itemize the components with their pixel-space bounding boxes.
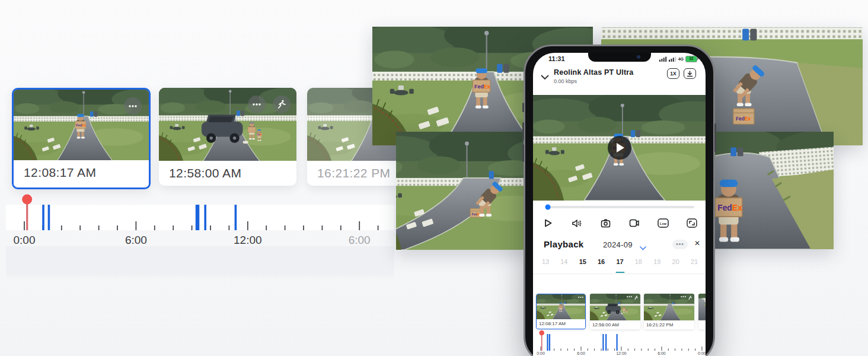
phone-clip-4-partial[interactable]: FedEx xyxy=(698,294,706,329)
cellular-signal-icon xyxy=(659,56,667,62)
network-type-label: 4G xyxy=(678,57,684,61)
play-button[interactable] xyxy=(541,217,554,229)
camera-name: Reolink Altas PT Ultra xyxy=(554,68,634,77)
timeline-label: 6:00 xyxy=(125,234,147,247)
day-17[interactable]: 17 xyxy=(616,258,624,270)
more-icon xyxy=(578,296,583,298)
clip-timestamp: 12:58:00 AM xyxy=(590,320,640,329)
phone-mockup: 11:31 4G 32 Reolink Altas PT Ultra 0.00 … xyxy=(524,44,715,356)
progress-handle[interactable] xyxy=(545,205,551,210)
battery-icon: 32 xyxy=(685,56,697,62)
clip-thumbnail: FedEx xyxy=(698,294,706,320)
phone-mute-switch xyxy=(522,103,524,112)
day-20[interactable]: 20 xyxy=(672,258,680,270)
download-button[interactable] xyxy=(684,68,696,79)
video-progress-bar[interactable] xyxy=(546,206,694,208)
timeline-label: 12:00 xyxy=(616,351,627,355)
phone-clip-2[interactable]: FedEx 12:58:00 AM xyxy=(590,294,640,329)
svg-text:FedEx: FedEx xyxy=(736,116,751,122)
divider xyxy=(533,274,706,274)
date-strip: 131415161718192021 xyxy=(541,258,698,270)
svg-text:FedEx: FedEx xyxy=(717,203,742,212)
month-chevron-down-icon[interactable] xyxy=(640,242,646,253)
phone-volume-down-button xyxy=(522,144,524,162)
bitrate-label: 0.00 kbps xyxy=(554,78,577,84)
low-quality-label: Low xyxy=(660,222,667,225)
phone-clip-1[interactable]: FedEx 12:08:17 AM xyxy=(536,294,586,329)
chevron-down-icon[interactable] xyxy=(541,72,549,82)
month-selector[interactable]: 2024-09 xyxy=(603,240,633,249)
playback-title: Playback xyxy=(544,239,583,249)
clip-timestamp: 16:21:22 PM xyxy=(644,320,694,329)
day-13[interactable]: 13 xyxy=(541,258,550,270)
snapshot-button[interactable] xyxy=(599,217,612,229)
background-photo-placing: FedEx xyxy=(396,132,531,250)
battery-percent: 32 xyxy=(689,57,693,61)
timeline-label: 12:00 xyxy=(234,234,262,247)
status-time: 11:31 xyxy=(548,55,565,62)
cellular-signal-icon-2 xyxy=(669,56,676,62)
timeline-track[interactable] xyxy=(6,192,394,233)
clip-timestamp: 12:08:17 AM xyxy=(14,160,149,185)
phone-screen: 11:31 4G 32 Reolink Altas PT Ultra 0.00 … xyxy=(533,53,706,356)
motion-person-icon xyxy=(273,96,291,113)
phone-power-button xyxy=(714,123,716,152)
timeline-label: 6:00 xyxy=(658,351,666,355)
day-16[interactable]: 16 xyxy=(597,258,605,270)
phone-volume-up-button xyxy=(522,122,524,140)
timeline-label: 0:00 xyxy=(698,351,706,355)
phone-timeline[interactable]: 0:006:0012:006:000:00 xyxy=(533,329,706,356)
clip-timestamp xyxy=(698,320,706,329)
svg-text:FedEx: FedEx xyxy=(559,306,563,307)
svg-text:FedEx: FedEx xyxy=(474,84,490,90)
more-icon[interactable] xyxy=(248,96,266,113)
phone-clip-3[interactable]: 16:21:22 PM xyxy=(644,294,694,329)
day-15[interactable]: 15 xyxy=(579,258,587,270)
player-header: Reolink Altas PT Ultra 0.00 kbps 1X xyxy=(533,67,706,88)
timeline-label: 0:00 xyxy=(14,234,36,247)
timeline[interactable]: 0:006:0012:006:00 xyxy=(6,192,394,281)
stream-quality-button[interactable]: Low xyxy=(656,217,669,229)
timeline-label: 6:00 xyxy=(349,234,371,247)
record-button[interactable] xyxy=(628,217,641,229)
clip-card-2[interactable]: FedEx 12:58:00 AM xyxy=(159,88,296,186)
phone-timeline-labels: 0:006:0012:006:000:00 xyxy=(533,351,706,356)
playback-header: Playback 2024-09 ••• ✕ xyxy=(533,238,706,251)
page: FedEx 12:08:17 AM FedEx 12:58:00 AM 16:2… xyxy=(0,0,868,356)
motion-person-icon xyxy=(634,295,639,300)
day-19[interactable]: 19 xyxy=(653,258,661,270)
status-bar: 11:31 4G 32 xyxy=(533,53,706,66)
day-18[interactable]: 18 xyxy=(634,258,643,270)
play-overlay-button[interactable] xyxy=(608,136,631,160)
phone-clip-list: FedEx 12:08:17 AM FedEx 12:58:00 AM xyxy=(533,294,706,329)
clip-timestamp: 12:08:17 AM xyxy=(537,319,585,328)
mute-button[interactable] xyxy=(570,217,583,229)
playback-close-button[interactable]: ✕ xyxy=(694,239,700,247)
day-14[interactable]: 14 xyxy=(560,258,568,270)
play-icon xyxy=(617,143,624,152)
more-icon[interactable] xyxy=(124,97,142,115)
motion-person-icon xyxy=(688,295,693,300)
day-21[interactable]: 21 xyxy=(690,258,698,270)
playback-speed-button[interactable]: 1X xyxy=(667,68,679,79)
svg-text:FedEx: FedEx xyxy=(76,123,85,127)
svg-text:FedEx: FedEx xyxy=(626,310,628,311)
playback-more-button[interactable]: ••• xyxy=(672,240,688,249)
timeline-label: 0:00 xyxy=(537,351,545,355)
clip-card-1[interactable]: FedEx 12:08:17 AM xyxy=(12,88,151,189)
svg-text:FedEx: FedEx xyxy=(257,134,262,136)
timeline-label: 6:00 xyxy=(577,351,585,355)
more-icon xyxy=(681,295,686,298)
timeline-fade-band xyxy=(6,246,394,279)
more-icon xyxy=(627,295,632,298)
clip-timestamp: 12:58:00 AM xyxy=(159,161,296,186)
player-controls: Low xyxy=(541,217,698,229)
fullscreen-button[interactable] xyxy=(685,217,698,229)
background-photo-carry-close: FedEx xyxy=(710,132,834,249)
